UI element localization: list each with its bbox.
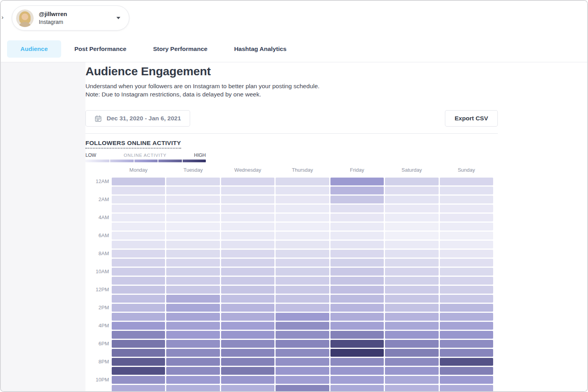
avatar (16, 9, 34, 27)
date-range-picker[interactable]: Dec 31, 2020 - Jan 6, 2021 (85, 110, 190, 127)
day-label: Saturday (385, 167, 438, 174)
heatmap-cell (440, 376, 493, 384)
tab-story-performance[interactable]: Story Performance (140, 40, 221, 58)
heatmap-cell (330, 358, 384, 366)
heatmap-cell (112, 277, 165, 285)
heatmap-cell (330, 196, 384, 203)
heatmap-cell (276, 214, 329, 221)
export-csv-button[interactable]: Export CSV (445, 110, 498, 127)
heatmap-cell (440, 214, 493, 221)
heatmap-cell (276, 259, 329, 267)
heatmap-cell (385, 178, 438, 185)
heatmap-cell (166, 331, 220, 339)
heatmap-cell (166, 286, 220, 294)
heatmap-cell (221, 385, 274, 392)
heatmap-cell (221, 376, 274, 384)
heatmap-cell (221, 187, 274, 194)
heatmap-row (85, 187, 493, 194)
heatmap-cell (112, 259, 165, 267)
heatmap-cell (276, 295, 329, 303)
heatmap-cell (385, 331, 438, 339)
heatmap-cell (221, 268, 274, 276)
heatmap-cell (440, 340, 493, 348)
heatmap-cell (330, 214, 384, 221)
heatmap-cell (276, 232, 329, 240)
tab-hashtag-analytics[interactable]: Hashtag Analytics (221, 40, 300, 58)
heatmap-row (85, 295, 493, 303)
heatmap-cell (166, 259, 220, 267)
heatmap-cell (166, 358, 220, 366)
heatmap-row (85, 259, 493, 267)
heatmap-cell (276, 385, 329, 392)
day-label: Sunday (440, 167, 493, 174)
tab-post-performance[interactable]: Post Performance (61, 40, 140, 58)
section-title: FOLLOWERS ONLINE ACTIVITY (85, 140, 181, 149)
legend-mid-label: ONLINE ACTIVITY (124, 153, 167, 158)
heatmap-cell (440, 178, 493, 185)
heatmap-cell (276, 322, 329, 330)
day-header-spacer (85, 167, 111, 174)
heatmap-cell (112, 340, 165, 348)
heatmap-cell (221, 358, 274, 366)
heatmap-cell (385, 196, 438, 203)
heatmap-cell (112, 385, 165, 392)
heatmap-cell (166, 322, 220, 330)
activity-legend: LOW ONLINE ACTIVITY HIGH (85, 152, 206, 162)
page-description: Understand when your followers are on In… (85, 82, 498, 98)
heatmap-cell (330, 232, 384, 240)
heatmap-cell (385, 214, 438, 221)
heatmap-cell (330, 187, 384, 194)
heatmap-cell (221, 349, 274, 357)
day-label: Thursday (276, 167, 329, 174)
heatmap-cell (221, 322, 274, 330)
heatmap-cell (385, 205, 438, 212)
account-selector[interactable]: @jillwrren Instagram (12, 5, 129, 31)
heatmap-cell (221, 196, 274, 203)
hour-label (85, 259, 111, 267)
heatmap-cell (166, 214, 220, 221)
heatmap-cell (440, 268, 493, 276)
heatmap-cell (385, 295, 438, 303)
heatmap-row (85, 367, 493, 375)
heatmap-cell (112, 358, 165, 366)
heatmap-cell (112, 322, 165, 330)
heatmap-cell (330, 367, 384, 375)
heatmap-cell (112, 214, 165, 221)
day-label: Wednesday (221, 167, 274, 174)
heatmap-cell (440, 241, 493, 249)
hour-label: 10PM (85, 376, 111, 384)
heatmap-cell (166, 205, 220, 212)
heatmap-cell (385, 376, 438, 384)
hour-label: 10AM (85, 268, 111, 276)
chevron-down-icon (116, 17, 120, 19)
hour-label: 2PM (85, 304, 111, 312)
collapse-panel-icon[interactable]: › (2, 14, 4, 20)
heatmap-cell (221, 367, 274, 375)
heatmap-cell (440, 205, 493, 212)
hour-label (85, 223, 111, 230)
tab-audience[interactable]: Audience (7, 40, 61, 58)
page-title: Audience Engagement (85, 64, 498, 79)
heatmap-row: 8AM (85, 250, 493, 258)
heatmap-cell (221, 232, 274, 240)
heatmap-cell (112, 178, 165, 185)
heatmap-cell (276, 241, 329, 249)
heatmap-cell (112, 349, 165, 357)
heatmap-cell (440, 259, 493, 267)
heatmap-cell (112, 286, 165, 294)
heatmap-cell (440, 385, 493, 392)
heatmap-cell (330, 286, 384, 294)
account-names: @jillwrren Instagram (39, 10, 67, 25)
account-handle: @jillwrren (39, 10, 67, 18)
heatmap-cell (330, 241, 384, 249)
heatmap-cell (385, 259, 438, 267)
heatmap-cell (440, 232, 493, 240)
hour-label (85, 349, 111, 357)
heatmap-cell (112, 268, 165, 276)
heatmap-cell (276, 187, 329, 194)
heatmap-cell (112, 313, 165, 321)
hour-label: 4PM (85, 322, 111, 330)
heatmap-cell (385, 187, 438, 194)
heatmap-cell (385, 232, 438, 240)
hour-label: 6AM (85, 232, 111, 240)
